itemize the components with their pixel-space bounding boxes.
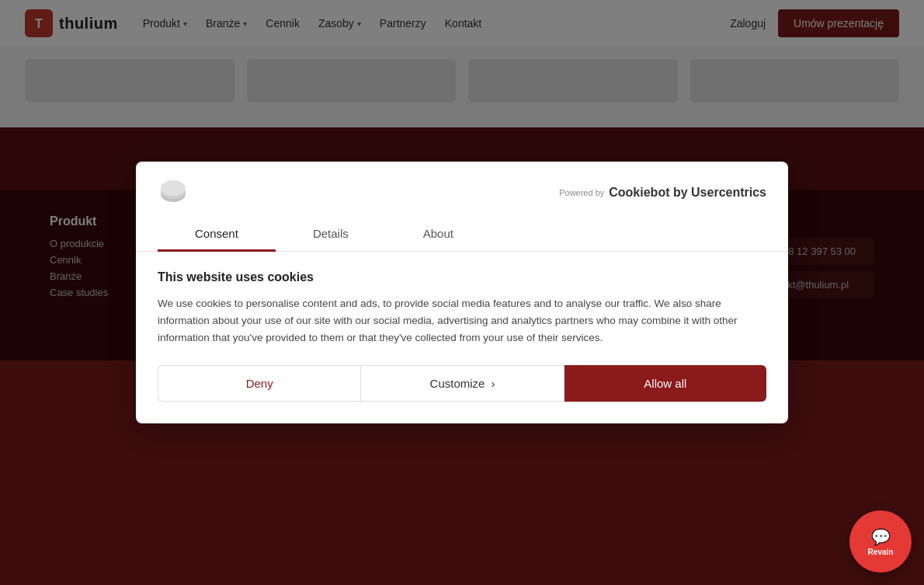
cookiebot-logo — [158, 177, 189, 208]
modal-overlay: Powered by Cookiebot by Usercentrics Con… — [0, 0, 924, 585]
tab-about[interactable]: About — [386, 218, 491, 252]
powered-by: Powered by Cookiebot by Usercentrics — [559, 186, 766, 200]
modal-actions: Deny Customize › Allow all — [158, 365, 766, 402]
modal-header: Powered by Cookiebot by Usercentrics — [136, 162, 788, 208]
revain-icon: 💬 — [871, 528, 891, 546]
customize-button[interactable]: Customize › — [360, 365, 564, 402]
cookie-title: This website uses cookies — [158, 270, 766, 284]
revain-label: Revain — [868, 548, 894, 556]
svg-point-4 — [161, 180, 186, 196]
chevron-right-icon: › — [491, 377, 495, 390]
revain-widget[interactable]: 💬 Revain — [849, 510, 912, 573]
cookie-body-text: We use cookies to personalise content an… — [158, 295, 766, 347]
modal-body: This website uses cookies We use cookies… — [136, 252, 788, 424]
modal-tabs: Consent Details About — [136, 218, 788, 252]
cookie-modal: Powered by Cookiebot by Usercentrics Con… — [136, 162, 788, 424]
allow-all-button[interactable]: Allow all — [564, 365, 766, 402]
deny-button[interactable]: Deny — [158, 365, 360, 402]
tab-details[interactable]: Details — [276, 218, 386, 252]
cookiebot-icon — [158, 177, 189, 208]
tab-consent[interactable]: Consent — [158, 218, 276, 252]
